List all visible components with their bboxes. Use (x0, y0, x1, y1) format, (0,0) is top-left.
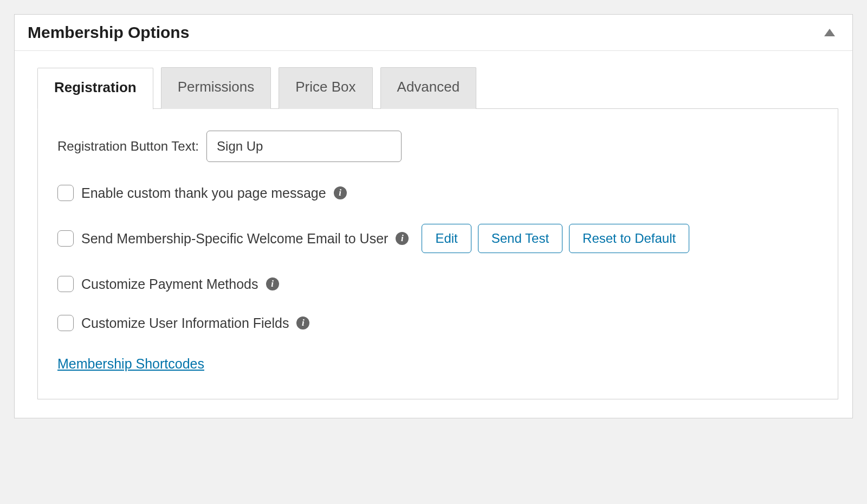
metabox-body: Registration Permissions Price Box Advan… (15, 51, 852, 418)
registration-button-text-label: Registration Button Text: (57, 139, 199, 154)
row-user-info-fields: Customize User Information Fields i (57, 315, 818, 331)
row-registration-button-text: Registration Button Text: (57, 131, 818, 162)
tab-permissions[interactable]: Permissions (161, 67, 271, 109)
tabs-container: Registration Permissions Price Box Advan… (37, 67, 838, 399)
metabox-title: Membership Options (28, 23, 189, 42)
user-info-checkbox[interactable] (57, 315, 74, 331)
membership-options-metabox: Membership Options Registration Permissi… (14, 14, 853, 418)
welcome-email-button-group: Edit Send Test Reset to Default (422, 224, 689, 253)
info-icon[interactable]: i (296, 316, 309, 329)
row-payment-methods: Customize Payment Methods i (57, 276, 818, 292)
thank-you-label: Enable custom thank you page message (81, 185, 326, 201)
tab-price-box[interactable]: Price Box (279, 67, 372, 109)
reset-default-button[interactable]: Reset to Default (569, 224, 689, 253)
payment-methods-label: Customize Payment Methods (81, 276, 258, 292)
membership-shortcodes-link[interactable]: Membership Shortcodes (57, 356, 204, 371)
info-icon[interactable]: i (266, 277, 279, 290)
edit-button[interactable]: Edit (422, 224, 471, 253)
tab-panel-registration: Registration Button Text: Enable custom … (37, 108, 838, 399)
tab-registration[interactable]: Registration (37, 68, 153, 109)
row-shortcodes-link: Membership Shortcodes (57, 356, 818, 372)
tab-advanced[interactable]: Advanced (380, 67, 477, 109)
row-welcome-email: Send Membership-Specific Welcome Email t… (57, 224, 818, 253)
welcome-email-checkbox[interactable] (57, 230, 74, 247)
metabox-header: Membership Options (15, 15, 852, 51)
tabs-nav: Registration Permissions Price Box Advan… (37, 67, 838, 109)
info-icon[interactable]: i (334, 186, 347, 199)
payment-methods-checkbox[interactable] (57, 276, 74, 292)
welcome-email-label: Send Membership-Specific Welcome Email t… (81, 231, 388, 247)
send-test-button[interactable]: Send Test (478, 224, 562, 253)
info-icon[interactable]: i (396, 232, 409, 245)
user-info-label: Customize User Information Fields (81, 315, 289, 331)
thank-you-checkbox[interactable] (57, 185, 74, 201)
collapse-up-icon[interactable] (824, 29, 835, 36)
row-thank-you: Enable custom thank you page message i (57, 185, 818, 201)
registration-button-text-input[interactable] (206, 131, 402, 162)
